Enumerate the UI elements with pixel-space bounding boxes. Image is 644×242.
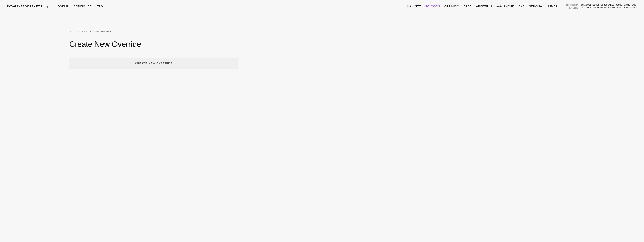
main-content: STEP 2 / 4 : TOKEN ROYALTIES Create New … [0, 13, 644, 82]
network-base[interactable]: BASE [464, 5, 472, 8]
registry-address: 0XE7C0CB6D966F76F3B51421670B8927BF34966A… [581, 4, 637, 6]
header-left: ROYALTYREGISTRY.ETH LOOKUP CONFIGURE FAQ [7, 5, 103, 8]
nav-faq[interactable]: FAQ [97, 5, 103, 8]
network-optimism[interactable]: OPTIMISM [444, 5, 459, 8]
network-mumbai[interactable]: MUMBAI [546, 5, 558, 8]
nav-lookup[interactable]: LOOKUP [56, 5, 68, 8]
site-title[interactable]: ROYALTYREGISTRY.ETH [7, 5, 42, 8]
header: ROYALTYREGISTRY.ETH LOOKUP CONFIGURE FAQ… [0, 0, 644, 13]
network-sepolia[interactable]: SEPOLIA [529, 5, 542, 8]
network-polygon[interactable]: POLYGON [425, 5, 440, 8]
engine-row: ENGINE: 0X28EDFCF0BE7E86B07493466E7631A2… [569, 7, 637, 9]
engine-label: ENGINE: [569, 7, 579, 9]
network-mainnet[interactable]: MAINNET [407, 5, 421, 8]
registry-row: REGISTRY: 0XE7C0CB6D966F76F3B51421670B89… [566, 4, 637, 6]
page-title: Create New Override [69, 40, 644, 49]
network-arbitrum[interactable]: ARBITRUM [476, 5, 492, 8]
network-avalanche[interactable]: AVALANCHE [496, 5, 514, 8]
network-bnb[interactable]: BNB [518, 5, 525, 8]
create-override-button[interactable]: CREATE NEW OVERRIDE [69, 57, 238, 69]
registry-label: REGISTRY: [566, 4, 580, 6]
grid-icon[interactable] [47, 5, 51, 8]
nav-configure[interactable]: CONFIGURE [74, 5, 92, 8]
create-override-container: CREATE NEW OVERRIDE [69, 57, 238, 69]
step-label: STEP 2 / 4 : TOKEN ROYALTIES [69, 30, 644, 33]
registry-info: REGISTRY: 0XE7C0CB6D966F76F3B51421670B89… [566, 4, 637, 9]
engine-address: 0X28EDFCF0BE7E86B07493466E7631A213BDE8EE… [581, 7, 637, 9]
header-right: MAINNET POLYGON OPTIMISM BASE ARBITRUM A… [407, 4, 637, 9]
